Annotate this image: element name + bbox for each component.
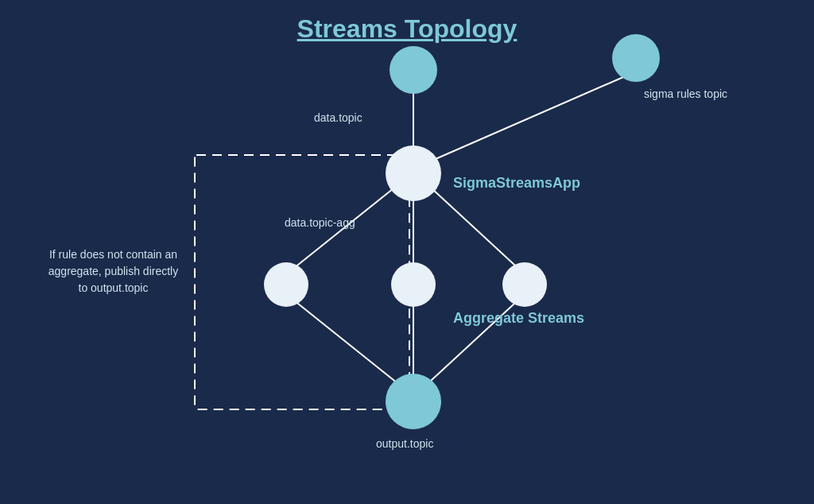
- data-topic-node: [390, 46, 437, 94]
- output-topic-label: output.topic: [376, 437, 433, 450]
- svg-line-1: [417, 72, 636, 167]
- sigma-rules-topic-label: sigma rules topic: [644, 87, 727, 100]
- aggregate-node-left: [264, 262, 308, 307]
- svg-line-4: [421, 179, 525, 274]
- output-topic-node: [386, 374, 441, 429]
- svg-line-7: [421, 294, 525, 390]
- ellipsis: ···: [466, 273, 480, 293]
- sigma-streams-app-node: [386, 145, 441, 201]
- aggregate-node-right: [502, 262, 547, 307]
- data-topic-agg-label: data.topic-agg: [285, 216, 355, 229]
- data-topic-label: data.topic: [314, 111, 362, 124]
- sigma-streams-app-label: SigmaStreamsApp: [453, 175, 580, 192]
- sigma-rules-topic-node: [612, 34, 660, 82]
- canvas: Streams Topology ···: [0, 0, 814, 504]
- aggregate-node-middle: [391, 262, 436, 307]
- annotation-text: If rule does not contain an aggregate, p…: [44, 246, 183, 297]
- svg-line-5: [286, 294, 405, 390]
- aggregate-streams-label: Aggregate Streams: [453, 310, 584, 327]
